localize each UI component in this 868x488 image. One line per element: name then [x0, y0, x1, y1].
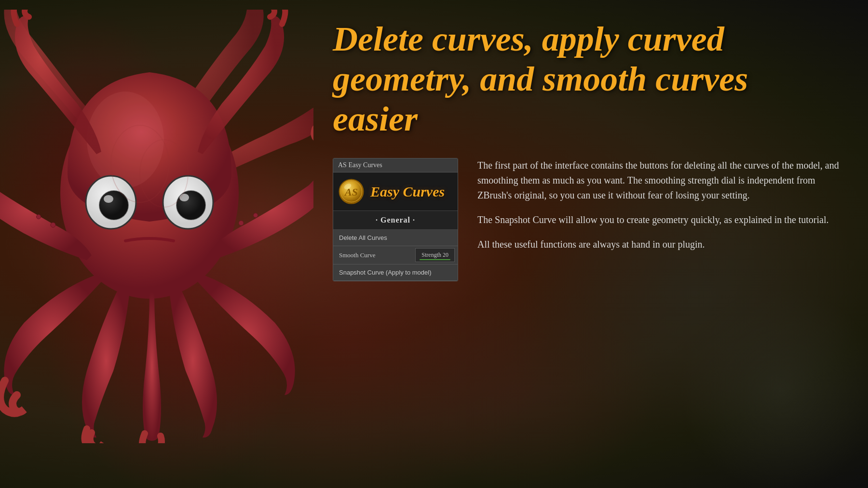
smooth-curve-label: Smooth Curve — [333, 247, 412, 264]
strength-dial[interactable]: Strength 20 — [415, 248, 455, 262]
general-bar: · General · — [333, 211, 458, 230]
snapshot-curve-button[interactable]: Snapshot Curve (Apply to model) — [333, 264, 458, 281]
description-area: The first part of the interface contains… — [477, 158, 839, 262]
svg-point-13 — [254, 213, 258, 218]
description-para3: All these useful functions are always at… — [477, 237, 839, 252]
svg-point-10 — [51, 223, 55, 227]
svg-point-4 — [104, 195, 113, 203]
description-para2: The Snapshot Curve will allow you to cre… — [477, 212, 839, 227]
title-area: Delete curves, apply curved geometry, an… — [333, 19, 839, 139]
main-title: Delete curves, apply curved geometry, an… — [333, 19, 839, 139]
svg-point-12 — [239, 221, 244, 225]
plugin-panel: AS Easy Curves — [333, 158, 458, 281]
logo-text: Easy Curves — [370, 185, 445, 199]
svg-point-1 — [87, 92, 164, 188]
octopus-illustration — [0, 0, 313, 488]
description-para1: The first part of the interface contains… — [477, 158, 839, 203]
delete-all-curves-button[interactable]: Delete All Curves — [333, 230, 458, 246]
logo-icon: AS — [338, 178, 365, 205]
svg-point-11 — [37, 215, 41, 219]
panel-title-bar: AS Easy Curves — [333, 158, 458, 172]
logo-area: AS Easy Curves — [333, 172, 458, 211]
smooth-row: Smooth Curve Strength 20 — [333, 246, 458, 264]
